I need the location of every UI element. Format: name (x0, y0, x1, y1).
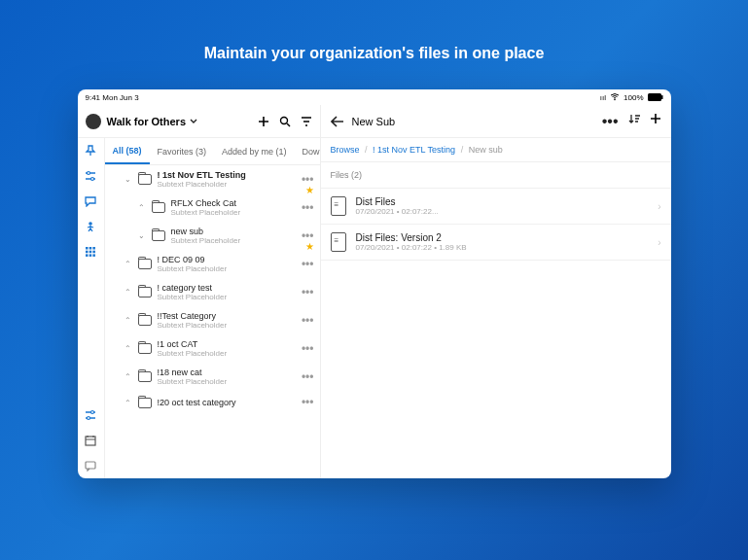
folder-icon (138, 371, 152, 382)
more-icon[interactable]: ••• (302, 258, 314, 271)
org-selector[interactable]: Walk for Others (107, 116, 252, 127)
chat-icon[interactable] (84, 194, 97, 208)
folder-icon (138, 287, 152, 298)
crumb-current: New sub (469, 145, 503, 155)
folder-item[interactable]: ⌄! 1st Nov ETL TestingSubtext Placeholde… (105, 165, 320, 193)
folder-subtext: Subtext Placeholder (171, 236, 296, 245)
folder-subtext: Subtext Placeholder (158, 349, 296, 358)
comment-icon[interactable] (84, 459, 97, 472)
tagline: Maintain your organization's files in on… (0, 0, 748, 89)
folder-name: !18 new cat (158, 368, 296, 377)
wifi-icon (610, 93, 620, 101)
svg-rect-18 (86, 437, 95, 445)
add-detail-icon[interactable] (650, 113, 661, 130)
pin-icon[interactable] (84, 144, 97, 158)
more-icon[interactable]: ••• (302, 370, 314, 384)
person-icon[interactable] (84, 220, 97, 233)
folder-tree: ⌄! 1st Nov ETL TestingSubtext Placeholde… (105, 165, 320, 478)
svg-point-6 (89, 222, 92, 226)
folder-text: RFLX Check CatSubtext Placeholder (171, 198, 296, 217)
svg-point-17 (88, 417, 90, 420)
more-icon[interactable]: ••• (302, 396, 314, 409)
crumb-1[interactable]: ! 1st Nov ETL Testing (373, 145, 455, 155)
folder-item[interactable]: ⌃!18 new catSubtext Placeholder••• (105, 363, 320, 391)
chevron-right-icon: › (658, 201, 660, 212)
svg-rect-15 (92, 254, 95, 257)
svg-point-0 (614, 99, 616, 101)
svg-point-3 (280, 117, 287, 123)
folder-subtext: Subtext Placeholder (158, 180, 296, 189)
crumb-root[interactable]: Browse (331, 145, 360, 155)
folder-text: ! 1st Nov ETL TestingSubtext Placeholder (158, 170, 296, 189)
tab-1[interactable]: Favorites (3) (150, 138, 215, 164)
folder-text: ! DEC 09 09Subtext Placeholder (158, 255, 296, 273)
chevron-down-icon[interactable]: ⌄ (125, 175, 132, 184)
add-icon[interactable] (258, 116, 269, 127)
chevron-down-icon[interactable]: ⌄ (138, 231, 146, 240)
svg-rect-11 (89, 251, 92, 254)
folder-name: ! 1st Nov ETL Testing (158, 170, 296, 180)
svg-rect-1 (648, 93, 661, 101)
search-icon[interactable] (279, 116, 291, 127)
chevron-up-icon[interactable]: ⌃ (125, 288, 132, 297)
sliders-icon[interactable] (84, 169, 97, 183)
content: All (58)Favorites (3)Added by me (1)Down… (78, 138, 671, 478)
more-icon[interactable]: ••• (302, 286, 314, 299)
folder-subtext: Subtext Placeholder (158, 293, 296, 301)
sort-icon[interactable] (628, 113, 640, 130)
svg-rect-14 (89, 254, 92, 257)
folder-item[interactable]: ⌃! DEC 09 09Subtext Placeholder••• (105, 250, 320, 278)
svg-rect-7 (86, 247, 89, 250)
more-icon[interactable]: ••• (302, 314, 314, 328)
chevron-up-icon[interactable]: ⌃ (125, 260, 132, 268)
folder-icon (152, 202, 165, 213)
browser-column: All (58)Favorites (3)Added by me (1)Down… (105, 138, 321, 478)
folder-item[interactable]: ⌄new subSubtext Placeholder•••★ (105, 222, 320, 250)
folder-text: !1 oct CATSubtext Placeholder (158, 339, 296, 358)
chevron-up-icon[interactable]: ⌃ (125, 344, 132, 353)
more-icon[interactable]: ••• (302, 342, 314, 356)
chevron-up-icon[interactable]: ⌃ (138, 203, 146, 212)
signal-icon: ııl (600, 93, 606, 102)
chevron-right-icon: › (658, 237, 660, 248)
files-header: Files (2) (321, 162, 671, 188)
filter-icon[interactable] (301, 116, 312, 127)
battery-label: 100% (623, 93, 643, 102)
folder-icon (138, 343, 152, 354)
folder-item[interactable]: ⌃RFLX Check CatSubtext Placeholder••• (105, 193, 320, 222)
folder-text: ! category testSubtext Placeholder (158, 283, 296, 301)
sliders2-icon[interactable] (84, 408, 97, 422)
more-icon[interactable]: ••• (302, 201, 314, 215)
calendar-icon[interactable] (84, 434, 97, 447)
folder-item[interactable]: ⌃!20 oct test category••• (105, 391, 320, 414)
chevron-up-icon[interactable]: ⌃ (125, 372, 132, 381)
file-meta: 07/20/2021 • 02:07:22 • 1.89 KB (356, 243, 649, 252)
file-name: Dist Files (356, 196, 649, 207)
svg-rect-10 (86, 251, 89, 254)
file-text: Dist Files07/20/2021 • 02:07:22... (356, 196, 649, 216)
folder-icon (138, 259, 152, 269)
folder-item[interactable]: ⌃! category testSubtext Placeholder••• (105, 278, 320, 306)
status-bar: 9:41 Mon Jun 3 ııl 100% (78, 89, 671, 105)
tab-3[interactable]: Down (295, 138, 320, 164)
tabs: All (58)Favorites (3)Added by me (1)Down (105, 138, 320, 165)
file-item[interactable]: Dist Files: Version 207/20/2021 • 02:07:… (321, 224, 671, 261)
folder-name: !20 oct test category (158, 398, 296, 407)
tab-2[interactable]: Added by me (1) (214, 138, 295, 164)
grid-icon[interactable] (84, 245, 97, 259)
appbar-left: Walk for Others (78, 105, 321, 137)
avatar[interactable] (86, 114, 101, 129)
file-name: Dist Files: Version 2 (356, 232, 649, 243)
chevron-up-icon[interactable]: ⌃ (125, 316, 132, 325)
folder-item[interactable]: ⌃!1 oct CATSubtext Placeholder••• (105, 334, 320, 363)
svg-rect-19 (86, 462, 95, 469)
file-meta: 07/20/2021 • 02:07:22... (356, 207, 649, 216)
more-icon[interactable]: ••• (602, 113, 619, 130)
tab-0[interactable]: All (58) (105, 138, 150, 164)
chevron-up-icon[interactable]: ⌃ (125, 399, 132, 407)
file-item[interactable]: Dist Files07/20/2021 • 02:07:22...› (321, 188, 671, 224)
back-icon[interactable] (331, 116, 344, 127)
folder-name: ! DEC 09 09 (158, 255, 296, 264)
svg-rect-13 (86, 254, 89, 257)
folder-item[interactable]: ⌃!!Test CategorySubtext Placeholder••• (105, 306, 320, 334)
